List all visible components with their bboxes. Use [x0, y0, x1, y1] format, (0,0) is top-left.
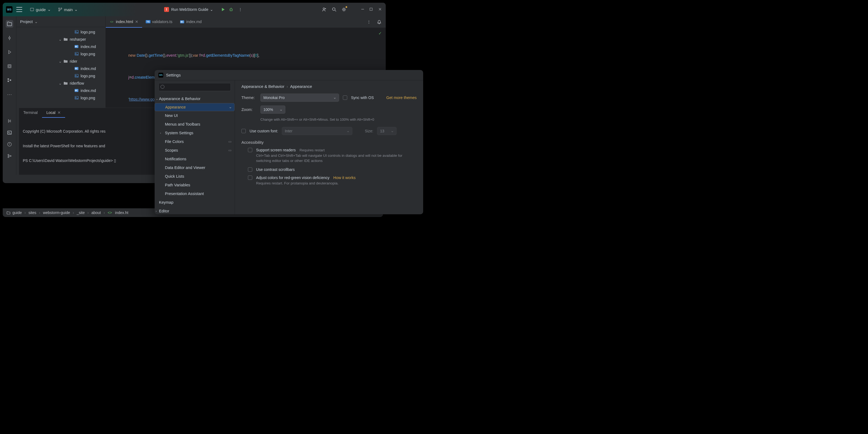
- run-config-selector[interactable]: I Run WebStorm Guide ⌄: [161, 6, 216, 13]
- screen-readers-checkbox[interactable]: [248, 148, 252, 152]
- colorblind-how-link[interactable]: How it works: [333, 176, 355, 180]
- folder-icon: [6, 211, 10, 215]
- zoom-label: Zoom:: [241, 107, 257, 112]
- close-tab-icon[interactable]: ✕: [58, 111, 61, 115]
- svg-point-27: [10, 155, 11, 156]
- statusbar-crumb[interactable]: guide: [12, 211, 22, 215]
- svg-point-4: [230, 9, 232, 11]
- sync-os-checkbox[interactable]: [343, 95, 347, 100]
- screen-readers-desc: Ctrl+Tab and Ctrl+Shift+Tab will navigat…: [256, 153, 408, 163]
- colorblind-checkbox[interactable]: [248, 176, 252, 180]
- font-size-label: Size:: [365, 129, 373, 133]
- maximize-button[interactable]: [369, 7, 374, 12]
- statusbar-crumb[interactable]: _site: [77, 211, 85, 215]
- editor-tabs: <>index.html✕TSvalidators.tsM↓index.md ⋮: [106, 16, 386, 28]
- run-tool-button[interactable]: [6, 48, 13, 56]
- terminal-tab[interactable]: Terminal: [19, 108, 42, 118]
- code-with-me-icon[interactable]: [322, 7, 327, 12]
- tree-item[interactable]: ⌄riderflow: [16, 80, 105, 87]
- inspection-ok-icon[interactable]: ✓: [378, 30, 382, 37]
- get-themes-link[interactable]: Get more themes: [386, 95, 416, 100]
- project-name: guide: [36, 7, 46, 12]
- tree-item[interactable]: logo.png: [16, 94, 105, 101]
- accessibility-heading: Accessibility: [241, 140, 416, 145]
- more-tools-button[interactable]: ⋯: [6, 91, 13, 98]
- settings-nav-item[interactable]: Menus and Toolbars: [155, 120, 235, 129]
- tree-item[interactable]: logo.png: [16, 28, 105, 35]
- hamburger-menu[interactable]: [16, 7, 22, 12]
- app-logo-small: WS: [158, 73, 163, 78]
- chevron-down-icon: ⌄: [48, 7, 51, 12]
- tree-item[interactable]: ⌄resharper: [16, 35, 105, 43]
- minimize-button[interactable]: [361, 7, 365, 12]
- statusbar-crumb[interactable]: about: [91, 211, 101, 215]
- project-icon: [30, 7, 34, 12]
- branch-name: main: [64, 7, 73, 12]
- settings-nav-item[interactable]: Presentation Assistant: [155, 189, 235, 198]
- close-button[interactable]: [378, 7, 382, 12]
- left-bottom-toolbar: [3, 108, 16, 175]
- project-panel-title: Project: [20, 19, 33, 24]
- settings-icon[interactable]: [341, 7, 347, 12]
- sync-os-label: Sync with OS: [351, 95, 374, 100]
- settings-nav-item[interactable]: ⌄Appearance & Behavior: [155, 94, 235, 103]
- settings-nav-item[interactable]: Path Variables: [155, 181, 235, 189]
- close-tab-icon[interactable]: ✕: [135, 20, 138, 24]
- svg-rect-13: [8, 81, 9, 82]
- statusbar-crumb[interactable]: webstorm-guide: [43, 211, 70, 215]
- git-tool-button[interactable]: [7, 154, 12, 159]
- search-icon[interactable]: [332, 7, 337, 12]
- svg-point-20: [76, 75, 76, 76]
- notifications-icon[interactable]: [376, 19, 382, 25]
- contrast-scrollbars-checkbox[interactable]: [248, 167, 252, 172]
- editor-tab[interactable]: M↓index.md: [176, 16, 206, 28]
- svg-rect-10: [8, 65, 11, 68]
- tree-item[interactable]: logo.png: [16, 50, 105, 58]
- zoom-select[interactable]: 100%: [260, 105, 285, 114]
- branch-icon: [58, 7, 62, 12]
- settings-nav-item[interactable]: Data Editor and Viewer: [155, 163, 235, 172]
- tree-item[interactable]: M↓index.md: [16, 43, 105, 50]
- project-tool-button[interactable]: [6, 20, 13, 28]
- structure-tool-button[interactable]: [6, 76, 13, 84]
- theme-select[interactable]: Monokai Pro: [260, 94, 339, 102]
- settings-nav-item[interactable]: New UI: [155, 111, 235, 120]
- settings-breadcrumb: Appearance & Behavior›Appearance: [241, 84, 416, 89]
- project-panel-header[interactable]: Project ⌄: [16, 16, 105, 27]
- project-selector[interactable]: guide ⌄: [27, 6, 54, 13]
- font-size-select[interactable]: 13: [377, 127, 397, 135]
- editor-tab[interactable]: <>index.html✕: [106, 16, 142, 28]
- svg-point-7: [343, 9, 345, 10]
- more-actions-icon[interactable]: ⋮: [238, 7, 243, 12]
- colorblind-label: Adjust colors for red-green vision defic…: [256, 176, 330, 180]
- terminal-tool-button[interactable]: [7, 130, 12, 136]
- settings-title: Settings: [166, 73, 181, 77]
- settings-nav-item[interactable]: File Colors▭: [155, 137, 235, 146]
- debug-button[interactable]: [228, 7, 234, 12]
- settings-nav-item[interactable]: ›System Settings: [155, 129, 235, 137]
- statusbar-crumb[interactable]: index.ht: [115, 211, 128, 215]
- branch-selector[interactable]: main ⌄: [55, 6, 81, 13]
- tree-item[interactable]: logo.png: [16, 72, 105, 80]
- font-family-select[interactable]: Inter: [282, 127, 352, 135]
- editor-tab[interactable]: TSvalidators.ts: [142, 16, 176, 28]
- bookmarks-tool-button[interactable]: [6, 62, 13, 70]
- settings-nav-item[interactable]: Appearance: [155, 103, 235, 111]
- tree-item[interactable]: M↓index.md: [16, 65, 105, 72]
- terminal-tab[interactable]: Local✕: [42, 108, 65, 118]
- run-button[interactable]: [220, 7, 226, 12]
- settings-nav-item[interactable]: ›Editor: [155, 207, 235, 214]
- settings-nav-item[interactable]: Keymap: [155, 198, 235, 207]
- settings-nav-item[interactable]: Quick Lists: [155, 172, 235, 181]
- services-tool-button[interactable]: [7, 119, 12, 124]
- settings-nav-item[interactable]: Scopes▭: [155, 146, 235, 155]
- commit-tool-button[interactable]: [6, 34, 13, 42]
- tree-item[interactable]: ⌄rider: [16, 58, 105, 65]
- settings-nav-item[interactable]: Notifications: [155, 155, 235, 163]
- tab-options-icon[interactable]: ⋮: [366, 19, 372, 25]
- custom-font-checkbox[interactable]: [241, 129, 246, 133]
- settings-search-input[interactable]: [158, 83, 231, 91]
- tree-item[interactable]: M↓index.md: [16, 87, 105, 94]
- statusbar-crumb[interactable]: sites: [29, 211, 36, 215]
- problems-tool-button[interactable]: [7, 142, 12, 148]
